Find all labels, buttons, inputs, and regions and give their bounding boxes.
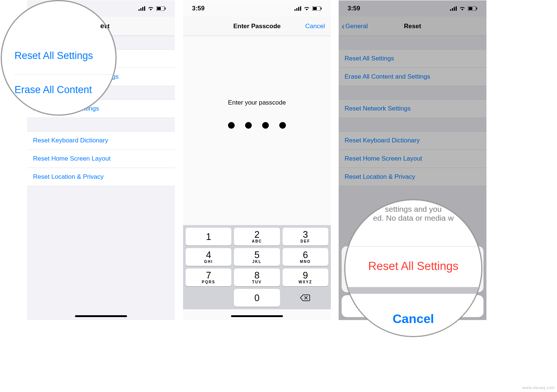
svg-rect-12 — [313, 7, 317, 10]
svg-rect-13 — [321, 7, 322, 10]
key-9[interactable]: 9WXYZ — [283, 269, 328, 286]
battery-icon — [312, 6, 322, 11]
status-time: 3:59 — [192, 5, 205, 12]
svg-rect-7 — [294, 9, 296, 11]
passcode-dots — [228, 122, 286, 129]
passcode-area: Enter your passcode — [183, 36, 331, 225]
key-5[interactable]: 5JKL — [234, 248, 280, 266]
home-indicator[interactable] — [231, 315, 283, 317]
svg-rect-10 — [300, 6, 301, 11]
svg-rect-2 — [142, 7, 143, 11]
row-reset-location[interactable]: Reset Location & Privacy — [27, 168, 175, 186]
svg-rect-9 — [298, 7, 299, 11]
magnifier-action-cancel[interactable]: Cancel — [345, 294, 481, 336]
svg-rect-6 — [165, 7, 166, 10]
key-0[interactable]: 0 — [234, 289, 280, 307]
nav-title: Enter Passcode — [233, 23, 281, 30]
magnifier-row-reset-all[interactable]: Reset All Settings — [14, 50, 115, 62]
status-bar: 3:59 — [183, 0, 331, 17]
numeric-keypad: 1 2ABC 3DEF 4GHI 5JKL 6MNO 7PQRS 8TUV 9W… — [183, 225, 331, 309]
cellular-icon — [139, 6, 145, 11]
passcode-dot — [228, 122, 235, 129]
key-delete[interactable] — [283, 289, 328, 307]
magnifier-action-reset[interactable]: Reset All Settings — [345, 260, 481, 273]
passcode-prompt: Enter your passcode — [228, 99, 286, 106]
wifi-icon — [147, 6, 154, 11]
svg-rect-0 — [139, 9, 140, 11]
magnifier-reset-all-settings: et Reset All Settings Erase All Content — [1, 0, 117, 116]
row-reset-home-layout[interactable]: Reset Home Screen Layout — [27, 150, 175, 168]
magnifier-row-erase-all[interactable]: Erase All Content — [14, 84, 115, 96]
magnifier-confirm-dialog: settings and you ed. No data or media w … — [344, 199, 482, 337]
key-8[interactable]: 8TUV — [234, 269, 280, 286]
nav-cancel[interactable]: Cancel — [305, 23, 325, 30]
svg-rect-8 — [296, 8, 297, 11]
home-indicator[interactable] — [75, 315, 127, 317]
key-2[interactable]: 2ABC — [234, 228, 280, 246]
key-6[interactable]: 6MNO — [283, 248, 328, 266]
nav-bar: Enter Passcode Cancel — [183, 17, 331, 36]
row-reset-keyboard[interactable]: Reset Keyboard Dictionary — [27, 131, 175, 150]
battery-icon — [156, 6, 166, 11]
key-4[interactable]: 4GHI — [186, 248, 231, 266]
passcode-dot — [245, 122, 252, 129]
svg-rect-5 — [157, 7, 161, 10]
watermark: www.deuaq.com — [522, 385, 555, 390]
status-icons — [294, 6, 322, 11]
screen-enter-passcode: 3:59 Enter Passcode Cancel Enter your pa… — [183, 0, 331, 320]
svg-rect-1 — [140, 8, 141, 11]
passcode-dot — [279, 122, 286, 129]
delete-icon — [300, 294, 310, 302]
status-icons — [139, 6, 166, 11]
cellular-icon — [294, 6, 301, 11]
wifi-icon — [303, 6, 310, 11]
passcode-dot — [262, 122, 269, 129]
key-blank — [186, 289, 231, 307]
key-3[interactable]: 3DEF — [283, 228, 328, 246]
svg-rect-3 — [144, 6, 145, 11]
key-1[interactable]: 1 — [186, 228, 231, 246]
reset-group-3: Reset Keyboard Dictionary Reset Home Scr… — [27, 131, 175, 186]
magnifier-nav-title-fragment: et — [2, 22, 115, 30]
key-7[interactable]: 7PQRS — [186, 269, 231, 286]
